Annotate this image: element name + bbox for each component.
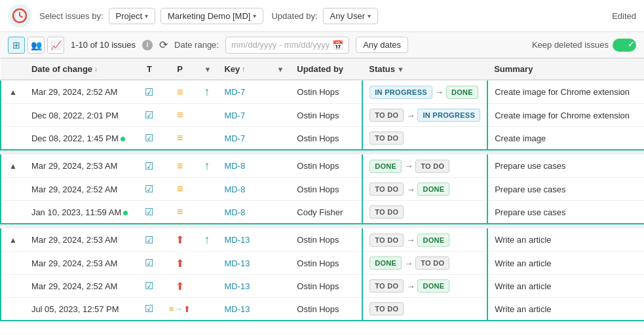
key-link[interactable]: MD-13: [224, 258, 250, 268]
col-filter-header[interactable]: ▼: [197, 59, 218, 80]
status-cell: DONE→TO DO: [362, 252, 487, 275]
col-key-filter-header[interactable]: ▼: [270, 59, 290, 80]
date-range-input[interactable]: mm/dd/yyyy - mm/dd/yyyy 📅: [225, 37, 349, 54]
chart-view-button[interactable]: 📈: [47, 37, 64, 54]
key-link[interactable]: MD-8: [224, 207, 245, 217]
key-filter-cell: [270, 252, 290, 275]
status-cell: TO DO: [362, 298, 487, 321]
refresh-icon[interactable]: ⟳: [159, 39, 168, 51]
expand-cell-empty: [1, 127, 25, 150]
key-link[interactable]: MD-7: [224, 133, 245, 143]
updated-by-cell: Ostin Hops: [290, 104, 362, 127]
collapse-button[interactable]: ▲: [8, 86, 18, 98]
expand-cell-empty: [1, 252, 25, 275]
summary-value: Prepare use cases: [495, 207, 565, 217]
checkbox-icon[interactable]: ☑: [145, 109, 153, 120]
key-cell: MD-7: [218, 127, 270, 150]
priority-medium-icon: ≡: [177, 86, 183, 97]
status-cell: TO DO→IN PROGRESS: [362, 104, 487, 127]
arrow-up-cell: ↑: [197, 80, 218, 104]
col-key-header[interactable]: Key ↑: [218, 59, 270, 80]
arrow-right-icon: →: [406, 281, 415, 291]
table-row: Mar 29, 2024, 2:52 AM ☑ ≡ MD-8 Ostin Hop…: [1, 178, 644, 201]
toolbar: Select issues by: Project ▾ Marketing De…: [0, 0, 644, 32]
expand-cell-empty: [1, 275, 25, 298]
date-cell: Mar 29, 2024, 2:52 AM: [25, 80, 136, 104]
chevron-down-icon: ▾: [368, 12, 371, 20]
dot-green: [123, 211, 128, 215]
filter-icon-key[interactable]: ▼: [276, 65, 284, 73]
any-user-dropdown[interactable]: Any User ▾: [323, 8, 378, 24]
priority-cell: ⬆: [162, 252, 198, 275]
checkbox-icon[interactable]: ☑: [145, 280, 153, 291]
status-filter-icon[interactable]: ▼: [397, 65, 404, 73]
keep-deleted-toggle[interactable]: [613, 39, 636, 52]
user-view-button[interactable]: 👥: [28, 37, 45, 54]
summary-value: Create image for Chrome extension: [495, 111, 630, 120]
updated-by-cell: Ostin Hops: [290, 226, 362, 252]
arrow-right-icon: →: [406, 185, 415, 194]
updated-by-label: Updated by:: [271, 11, 317, 21]
key-link[interactable]: MD-13: [224, 281, 250, 291]
checkbox-icon[interactable]: ☑: [145, 234, 153, 245]
date-value: Dec 08, 2022, 1:45 PM: [31, 133, 119, 143]
key-link[interactable]: MD-8: [224, 185, 245, 194]
key-link[interactable]: MD-13: [224, 235, 250, 245]
calendar-icon[interactable]: 📅: [332, 40, 343, 50]
view-icons: ⊞ 👥 📈: [8, 37, 64, 54]
key-link[interactable]: MD-7: [224, 87, 245, 97]
priority-cell: ⬆: [162, 275, 198, 298]
date-range-placeholder: mm/dd/yyyy - mm/dd/yyyy: [231, 40, 330, 50]
key-link[interactable]: MD-7: [224, 111, 245, 120]
priority-high-icon: ⬆: [176, 234, 184, 245]
collapse-button[interactable]: ▲: [8, 234, 18, 246]
priority-medium-icon: ≡: [177, 160, 183, 171]
collapse-button[interactable]: ▲: [8, 160, 18, 172]
checkbox-icon[interactable]: ☑: [145, 160, 153, 171]
summary-value: Create image: [495, 133, 546, 143]
arrow-up-cell: ↑: [197, 152, 218, 178]
key-cell: MD-8: [218, 152, 270, 178]
checkbox-icon[interactable]: ☑: [145, 183, 153, 194]
key-filter-cell: [270, 104, 290, 127]
date-value: Jul 05, 2023, 12:57 PM: [31, 304, 119, 314]
date-cell: Mar 29, 2024, 2:52 AM: [25, 275, 136, 298]
table-row: ▲ Mar 29, 2024, 2:53 AM ☑ ≡ ↑ MD-8 Ostin…: [1, 152, 644, 178]
updated-by-cell: Ostin Hops: [290, 275, 362, 298]
date-cell: Mar 29, 2024, 2:53 AM: [25, 252, 136, 275]
marketing-demo-dropdown[interactable]: Marketing Demo [MD] ▾: [161, 8, 263, 24]
priority-cell: ⬆: [162, 226, 198, 252]
key-link[interactable]: MD-13: [224, 304, 250, 314]
updated-by-value: Ostin Hops: [297, 87, 339, 97]
date-value: Mar 29, 2024, 2:53 AM: [31, 161, 118, 171]
type-cell: ☑: [136, 201, 162, 224]
date-value: Mar 29, 2024, 2:52 AM: [31, 185, 118, 194]
col-status-header[interactable]: Status ▼: [362, 59, 487, 80]
checkbox-icon[interactable]: ☑: [145, 132, 153, 143]
key-cell: MD-8: [218, 201, 270, 224]
edited-label: Edited: [612, 11, 636, 21]
updated-by-cell: Ostin Hops: [290, 298, 362, 321]
filter-icon[interactable]: ▼: [204, 65, 211, 73]
key-cell: MD-7: [218, 80, 270, 104]
checkbox-icon[interactable]: ☑: [145, 257, 153, 268]
grid-view-button[interactable]: ⊞: [8, 37, 25, 54]
arrow-up-icon: ↑: [204, 233, 210, 246]
summary-cell: Prepare use cases: [487, 178, 644, 201]
col-date-header[interactable]: Date of change ↓: [25, 59, 136, 80]
key-link[interactable]: MD-8: [224, 161, 245, 171]
dot-green: [121, 137, 125, 141]
checkbox-icon[interactable]: ☑: [145, 86, 153, 97]
sort-up-icon[interactable]: ↑: [242, 65, 245, 73]
checkbox-icon[interactable]: ☑: [145, 303, 153, 314]
project-dropdown[interactable]: Project ▾: [109, 8, 155, 24]
arrow-right-icon: →: [404, 258, 413, 268]
expand-cell: ▲: [1, 226, 25, 252]
info-icon[interactable]: i: [142, 40, 153, 50]
sort-down-icon[interactable]: ↓: [94, 65, 98, 73]
checkbox-icon[interactable]: ☑: [145, 206, 153, 217]
arrow-right-icon: →: [406, 111, 415, 120]
expand-cell-empty: [1, 201, 25, 224]
any-dates-button[interactable]: Any dates: [356, 37, 408, 53]
updated-by-value: Ostin Hops: [297, 133, 339, 143]
